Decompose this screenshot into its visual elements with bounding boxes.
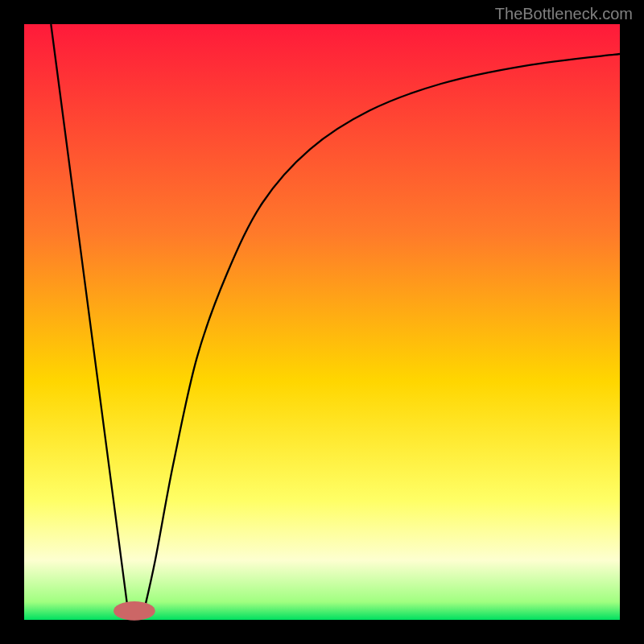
chart-svg bbox=[0, 0, 644, 644]
watermark-text: TheBottleneck.com bbox=[495, 5, 633, 23]
chart-container: TheBottleneck.com bbox=[0, 0, 644, 644]
target-marker bbox=[114, 601, 155, 621]
plot-area bbox=[24, 24, 620, 620]
